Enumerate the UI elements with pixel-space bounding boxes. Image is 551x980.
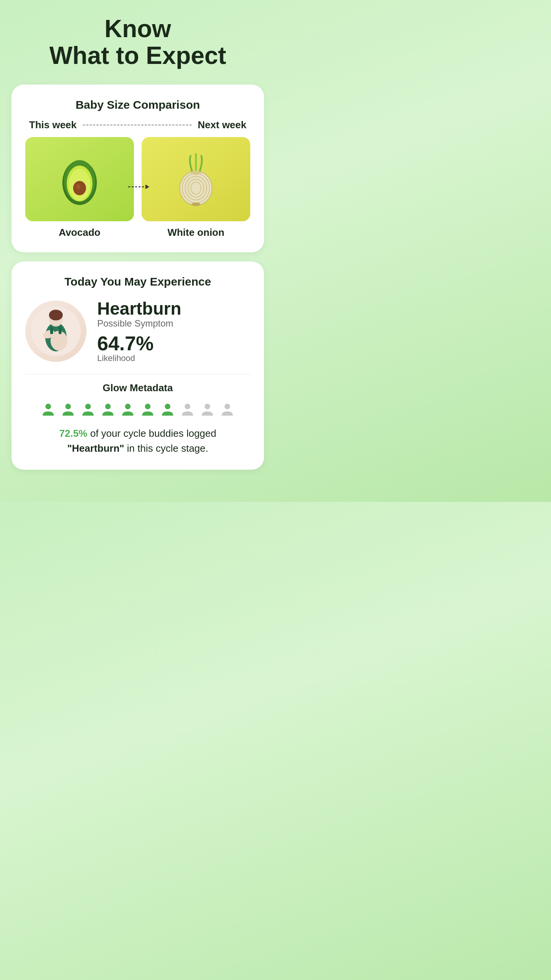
person-filled-icon <box>99 402 116 418</box>
this-week-label: This week <box>29 119 77 131</box>
onion-icon <box>171 150 221 208</box>
metadata-text: 72.5% of your cycle buddies logged "Hear… <box>25 426 250 456</box>
svg-point-26 <box>105 404 111 410</box>
svg-point-29 <box>165 404 171 410</box>
symptom-type: Possible Symptom <box>97 318 250 329</box>
experience-card: Today You May Experience <box>11 261 264 470</box>
baby-size-title: Baby Size Comparison <box>25 98 250 111</box>
svg-point-24 <box>65 404 71 410</box>
people-icons-row <box>25 402 250 418</box>
symptom-row: Heartburn Possible Symptom 64.7% Likelih… <box>25 299 250 364</box>
avocado-image-box <box>25 137 134 221</box>
svg-point-5 <box>76 184 80 189</box>
person-filled-icon <box>159 402 176 418</box>
page-title: Know What to Expect <box>49 15 226 69</box>
symptom-info: Heartburn Possible Symptom 64.7% Likelih… <box>97 299 250 364</box>
avocado-label: Avocado <box>59 227 101 238</box>
avocado-icon <box>55 150 104 208</box>
svg-point-30 <box>185 404 191 410</box>
arrow-between-fruits <box>126 181 149 194</box>
experience-title: Today You May Experience <box>25 275 250 288</box>
person-filled-icon <box>40 402 57 418</box>
next-week-label: Next week <box>198 119 246 131</box>
metadata-title: Glow Metadata <box>25 382 250 394</box>
svg-point-32 <box>225 404 230 410</box>
svg-point-27 <box>125 404 131 410</box>
baby-size-card: Baby Size Comparison This week Next week <box>11 85 264 252</box>
svg-point-13 <box>192 203 201 206</box>
person-filled-icon <box>80 402 96 418</box>
fruit-comparison: Avocado <box>25 137 250 238</box>
person-filled-icon <box>139 402 156 418</box>
card-divider <box>25 374 250 374</box>
heartburn-illustration <box>29 304 83 358</box>
person-empty-icon <box>219 402 236 418</box>
dashed-divider <box>83 124 192 126</box>
svg-point-25 <box>85 404 91 410</box>
metadata-percent: 72.5% <box>59 428 88 439</box>
next-fruit-card: White onion <box>142 137 250 238</box>
svg-marker-6 <box>145 185 149 189</box>
svg-point-23 <box>46 404 51 410</box>
svg-rect-22 <box>59 327 62 334</box>
symptom-name: Heartburn <box>97 299 250 318</box>
svg-point-28 <box>145 404 151 410</box>
metadata-symptom: "Heartburn" <box>67 443 124 454</box>
onion-image-box <box>142 137 250 221</box>
svg-point-14 <box>191 170 201 175</box>
metadata-text-after: in this cycle stage. <box>124 443 209 454</box>
person-empty-icon <box>199 402 216 418</box>
week-labels: This week Next week <box>25 119 250 131</box>
svg-point-19 <box>49 310 63 320</box>
likelihood-label: Likelihood <box>97 353 250 363</box>
metadata-text-before: of your cycle buddies logged <box>87 428 216 439</box>
current-fruit-card: Avocado <box>25 137 134 238</box>
person-filled-icon <box>119 402 136 418</box>
person-empty-icon <box>179 402 196 418</box>
svg-point-31 <box>205 404 210 410</box>
person-filled-icon <box>60 402 77 418</box>
onion-label: White onion <box>168 227 225 238</box>
symptom-image <box>25 301 86 362</box>
likelihood-value: 64.7% <box>97 333 250 353</box>
svg-rect-21 <box>50 327 53 334</box>
